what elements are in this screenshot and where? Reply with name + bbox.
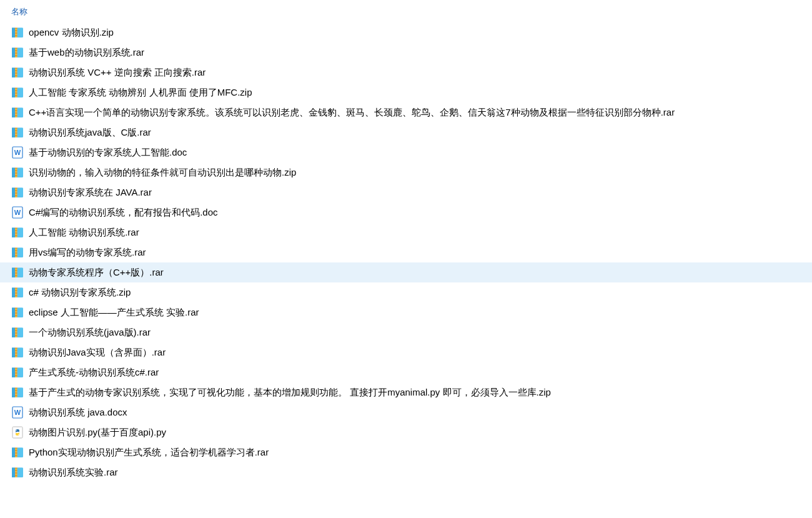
archive-icon xyxy=(11,466,24,479)
file-row[interactable]: 基于web的动物识别系统.rar xyxy=(0,42,812,62)
word-doc-icon xyxy=(11,406,24,419)
file-row[interactable]: opencv 动物识别.zip xyxy=(0,22,812,42)
word-doc-icon xyxy=(11,146,24,159)
archive-icon xyxy=(11,186,24,199)
file-name: 人工智能 动物识别系统.rar xyxy=(29,227,139,239)
archive-icon xyxy=(11,246,24,259)
file-row[interactable]: 动物识别系统 VC++ 逆向搜索 正向搜索.rar xyxy=(0,62,812,82)
file-name: 动物识别系统 java.docx xyxy=(29,407,127,419)
archive-icon xyxy=(11,26,24,39)
file-row[interactable]: Python实现动物识别产生式系统，适合初学机器学习者.rar xyxy=(0,442,812,462)
file-row[interactable]: 一个动物识别系统(java版).rar xyxy=(0,322,812,342)
archive-icon xyxy=(11,286,24,299)
file-name: 基于动物识别的专家系统人工智能.doc xyxy=(29,147,187,159)
file-name: 动物识别专家系统在 JAVA.rar xyxy=(29,187,152,199)
archive-icon xyxy=(11,106,24,119)
file-row[interactable]: 动物图片识别.py(基于百度api).py xyxy=(0,422,812,442)
file-name: opencv 动物识别.zip xyxy=(29,27,114,39)
archive-icon xyxy=(11,306,24,319)
archive-icon xyxy=(11,366,24,379)
file-row[interactable]: 动物识别系统实验.rar xyxy=(0,462,812,482)
file-row[interactable]: 产生式系统-动物识别系统c#.rar xyxy=(0,362,812,382)
file-name: C#编写的动物识别系统，配有报告和代码.doc xyxy=(29,207,218,219)
file-row[interactable]: 动物识别专家系统在 JAVA.rar xyxy=(0,182,812,202)
archive-icon xyxy=(11,386,24,399)
file-row[interactable]: 人工智能 专家系统 动物辨别 人机界面 使用了MFC.zip xyxy=(0,82,812,102)
file-row[interactable]: 识别动物的，输入动物的特征条件就可自动识别出是哪种动物.zip xyxy=(0,162,812,182)
archive-icon xyxy=(11,446,24,459)
file-name: 动物识别系统java版、C版.rar xyxy=(29,127,151,139)
archive-icon xyxy=(11,346,24,359)
file-name: 动物图片识别.py(基于百度api).py xyxy=(29,427,166,439)
file-list: opencv 动物识别.zip基于web的动物识别系统.rar动物识别系统 VC… xyxy=(0,22,812,482)
column-header-name[interactable]: 名称 xyxy=(0,0,812,22)
file-row[interactable]: 动物识别系统java版、C版.rar xyxy=(0,122,812,142)
file-name: Python实现动物识别产生式系统，适合初学机器学习者.rar xyxy=(29,447,269,459)
archive-icon xyxy=(11,126,24,139)
archive-icon xyxy=(11,326,24,339)
file-name: 基于web的动物识别系统.rar xyxy=(29,47,144,59)
file-row[interactable]: 动物专家系统程序（C++版）.rar xyxy=(0,262,812,282)
file-name: 一个动物识别系统(java版).rar xyxy=(29,327,151,339)
archive-icon xyxy=(11,226,24,239)
file-row[interactable]: C#编写的动物识别系统，配有报告和代码.doc xyxy=(0,202,812,222)
file-name: 产生式系统-动物识别系统c#.rar xyxy=(29,367,159,379)
file-name: 动物识别系统 VC++ 逆向搜索 正向搜索.rar xyxy=(29,67,205,79)
file-name: eclipse 人工智能——产生式系统 实验.rar xyxy=(29,307,199,319)
file-row[interactable]: 基于动物识别的专家系统人工智能.doc xyxy=(0,142,812,162)
archive-icon xyxy=(11,66,24,79)
file-row[interactable]: 动物识别系统 java.docx xyxy=(0,402,812,422)
file-row[interactable]: c# 动物识别专家系统.zip xyxy=(0,282,812,302)
archive-icon xyxy=(11,166,24,179)
file-name: 用vs编写的动物专家系统.rar xyxy=(29,247,146,259)
file-name: 基于产生式的动物专家识别系统，实现了可视化功能，基本的增加规则功能。 直接打开m… xyxy=(29,387,551,399)
word-doc-icon xyxy=(11,206,24,219)
file-name: 人工智能 专家系统 动物辨别 人机界面 使用了MFC.zip xyxy=(29,87,252,99)
archive-icon xyxy=(11,266,24,279)
file-name: c# 动物识别专家系统.zip xyxy=(29,287,131,299)
python-file-icon xyxy=(11,426,24,439)
file-name: 动物专家系统程序（C++版）.rar xyxy=(29,267,164,279)
file-name: 动物识别Java实现（含界面）.rar xyxy=(29,347,166,359)
file-row[interactable]: 人工智能 动物识别系统.rar xyxy=(0,222,812,242)
archive-icon xyxy=(11,46,24,59)
file-row[interactable]: 动物识别Java实现（含界面）.rar xyxy=(0,342,812,362)
file-name: C++语言实现一个简单的动物识别专家系统。该系统可以识别老虎、金钱豹、斑马、长颈… xyxy=(29,107,675,119)
file-name: 动物识别系统实验.rar xyxy=(29,467,118,479)
file-row[interactable]: 用vs编写的动物专家系统.rar xyxy=(0,242,812,262)
file-name: 识别动物的，输入动物的特征条件就可自动识别出是哪种动物.zip xyxy=(29,167,296,179)
archive-icon xyxy=(11,86,24,99)
file-row[interactable]: 基于产生式的动物专家识别系统，实现了可视化功能，基本的增加规则功能。 直接打开m… xyxy=(0,382,812,402)
name-label: 名称 xyxy=(11,7,27,16)
file-row[interactable]: C++语言实现一个简单的动物识别专家系统。该系统可以识别老虎、金钱豹、斑马、长颈… xyxy=(0,102,812,122)
file-row[interactable]: eclipse 人工智能——产生式系统 实验.rar xyxy=(0,302,812,322)
